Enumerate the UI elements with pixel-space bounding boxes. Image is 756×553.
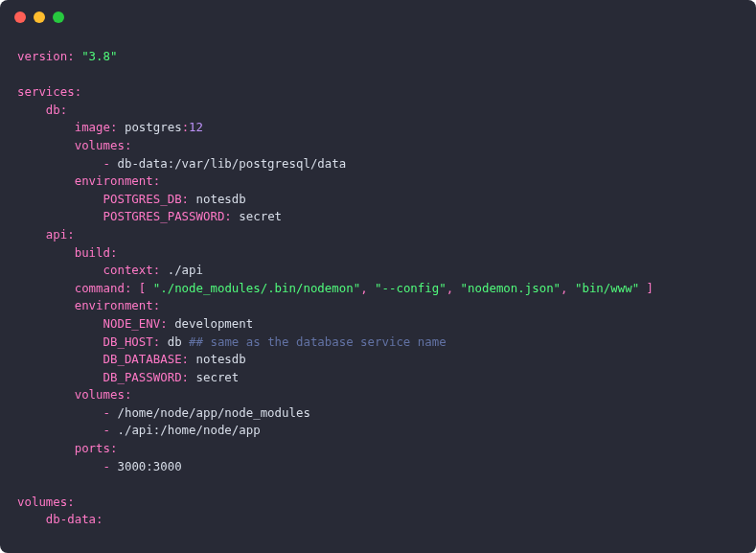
- yaml-key: build: [75, 245, 110, 260]
- yaml-key: volumes: [75, 138, 125, 152]
- yaml-string: "nodemon.json": [461, 281, 561, 295]
- yaml-value: db: [168, 334, 182, 349]
- minimize-icon[interactable]: [34, 12, 45, 23]
- colon: :: [182, 120, 189, 134]
- colon: :: [125, 281, 131, 295]
- yaml-dash: -: [103, 156, 110, 171]
- yaml-key: DB_PASSWORD: [103, 370, 182, 384]
- colon: :: [182, 192, 189, 206]
- bracket: [: [139, 281, 146, 295]
- colon: :: [182, 352, 189, 366]
- comma: ,: [360, 281, 367, 295]
- yaml-string: "3.8": [81, 49, 117, 63]
- yaml-key: DB_HOST: [103, 334, 153, 349]
- colon: :: [96, 512, 103, 526]
- zoom-icon[interactable]: [53, 12, 64, 23]
- yaml-dash: -: [103, 459, 110, 473]
- yaml-key: db: [46, 103, 60, 117]
- yaml-string: "./node_modules/.bin/nodemon": [153, 281, 360, 295]
- code-block: version: "3.8" services: db: image: post…: [0, 35, 756, 548]
- comma: ,: [561, 281, 567, 295]
- code-window: version: "3.8" services: db: image: post…: [0, 0, 756, 553]
- colon: :: [67, 227, 74, 242]
- yaml-value: notesdb: [196, 352, 246, 366]
- colon: :: [67, 495, 74, 509]
- yaml-key: api: [46, 227, 67, 242]
- close-icon[interactable]: [14, 12, 26, 23]
- yaml-comment: ## same as the database service name: [189, 334, 447, 349]
- colon: :: [153, 334, 160, 349]
- yaml-string: "--config": [375, 281, 447, 295]
- colon: :: [153, 173, 160, 188]
- yaml-key: version: [17, 49, 67, 63]
- yaml-value: ./api: [168, 263, 203, 277]
- yaml-value: secret: [239, 209, 282, 223]
- colon: :: [125, 387, 131, 402]
- colon: :: [153, 263, 160, 277]
- yaml-value: secret: [196, 370, 240, 384]
- yaml-key: volumes: [17, 495, 67, 509]
- colon: :: [110, 441, 117, 455]
- yaml-key: db-data: [46, 512, 96, 526]
- colon: :: [224, 209, 231, 223]
- yaml-key: environment: [75, 173, 153, 188]
- yaml-value: postgres: [125, 120, 182, 134]
- colon: :: [110, 120, 117, 134]
- yaml-key: environment: [75, 298, 153, 312]
- yaml-value: /home/node/app/node_modules: [117, 405, 309, 420]
- colon: :: [60, 103, 67, 117]
- yaml-dash: -: [103, 423, 110, 437]
- window-titlebar: [0, 0, 756, 35]
- colon: :: [153, 298, 160, 312]
- yaml-key: volumes: [75, 387, 125, 402]
- yaml-key: services: [17, 84, 75, 99]
- bracket: ]: [647, 281, 653, 295]
- colon: :: [67, 49, 74, 63]
- colon: :: [160, 316, 167, 331]
- colon: :: [125, 138, 131, 152]
- yaml-key: POSTGRES_PASSWORD: [103, 209, 225, 223]
- yaml-value: notesdb: [196, 192, 246, 206]
- yaml-value: development: [174, 316, 253, 331]
- yaml-key: ports: [75, 441, 110, 455]
- yaml-number: 12: [189, 120, 203, 134]
- yaml-key: command: [75, 281, 125, 295]
- colon: :: [75, 84, 81, 99]
- yaml-key: POSTGRES_DB: [103, 192, 182, 206]
- yaml-key: context: [103, 263, 153, 277]
- yaml-dash: -: [103, 405, 110, 420]
- yaml-key: NODE_ENV: [103, 316, 161, 331]
- colon: :: [110, 245, 117, 260]
- comma: ,: [447, 281, 453, 295]
- yaml-string: "bin/www": [575, 281, 639, 295]
- colon: :: [182, 370, 189, 384]
- yaml-value: ./api:/home/node/app: [117, 423, 260, 437]
- yaml-key: image: [75, 120, 110, 134]
- yaml-value: db-data:/var/lib/postgresql/data: [117, 156, 346, 171]
- yaml-key: DB_DATABASE: [103, 352, 182, 366]
- yaml-value: 3000:3000: [117, 459, 181, 473]
